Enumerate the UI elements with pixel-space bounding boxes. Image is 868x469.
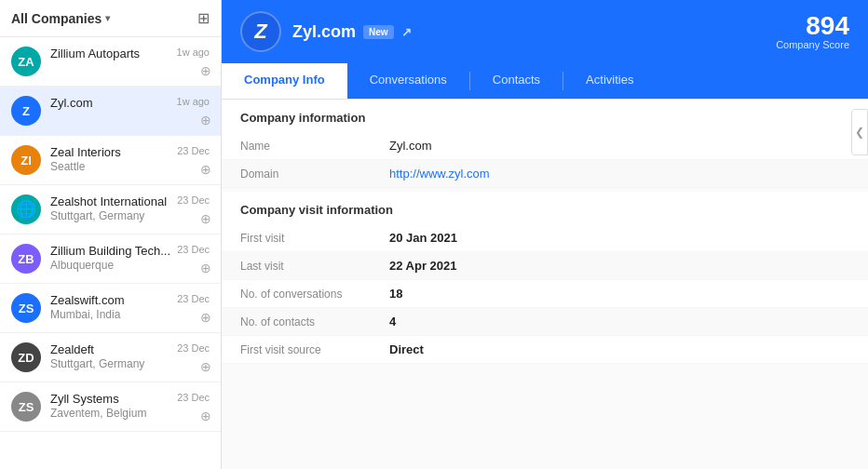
- sidebar-item-sub-zyll-systems: Zaventem, Belgium: [50, 407, 210, 420]
- tab-activities[interactable]: Activities: [563, 63, 656, 99]
- grid-icon[interactable]: ⊞: [197, 9, 210, 27]
- sidebar-item-content-zillium-autoparts: Zillium Autoparts1w ago: [50, 47, 210, 60]
- company-logo: Z: [240, 11, 281, 52]
- sidebar-item-date-zealswift-com: 23 Dec: [177, 293, 210, 304]
- sidebar-item-name-zealshot-international: Zealshot International: [50, 194, 167, 208]
- company-info-fields: NameZyl.comDomainhttp://www.zyl.com: [222, 132, 868, 188]
- sidebar-item-zillium-building-tech[interactable]: ZBZillium Building Tech...23 DecAlbuquer…: [0, 234, 221, 284]
- sidebar-item-sub-zeal-interiors: Seattle: [50, 160, 210, 173]
- sidebar-item-date-zealshot-international: 23 Dec: [177, 194, 210, 206]
- dropdown-chevron-icon: ▾: [105, 13, 110, 23]
- company-name: Zyl.com New ↗: [292, 22, 412, 42]
- sidebar-item-sub-zealswift-com: Mumbai, India: [50, 308, 210, 321]
- add-item-button-zillium-autoparts[interactable]: ⊕: [200, 63, 211, 78]
- add-item-button-zyl-com[interactable]: ⊕: [200, 113, 211, 127]
- sidebar-item-content-zillium-building-tech: Zillium Building Tech...23 DecAlbuquerqu…: [50, 244, 210, 272]
- company-score-label: Company Score: [776, 39, 849, 50]
- visit-info-row-1: Last visit22 Apr 2021: [222, 252, 868, 280]
- sidebar-item-date-zeal-interiors: 23 Dec: [177, 145, 210, 156]
- add-item-button-zyll-systems[interactable]: ⊕: [200, 409, 211, 423]
- sidebar-item-row-zillium-building-tech: Zillium Building Tech...23 Dec: [50, 244, 210, 258]
- sidebar-item-sub-zillium-building-tech: Albuquerque: [50, 259, 210, 272]
- sidebar-item-zealdeft[interactable]: ZDZealdeft23 DecStuttgart, Germany⊕: [0, 333, 221, 382]
- sidebar-item-row-zealdeft: Zealdeft23 Dec: [50, 342, 210, 356]
- sidebar-item-zeal-interiors[interactable]: ZIZeal Interiors23 DecSeattle⊕: [0, 136, 221, 185]
- sidebar-item-sub-zealdeft: Stuttgart, Germany: [50, 357, 210, 370]
- sidebar-item-sub-zealshot-international: Stuttgart, Germany: [50, 209, 210, 222]
- sidebar-item-content-zealshot-international: Zealshot International23 DecStuttgart, G…: [50, 194, 210, 222]
- sidebar: All Companies ▾ ⊞ ZAZillium Autoparts1w …: [0, 0, 222, 469]
- visit-info-row-4: First visit sourceDirect: [222, 336, 868, 364]
- visit-info-value-1: 22 Apr 2021: [389, 259, 457, 273]
- sidebar-item-date-zillium-autoparts: 1w ago: [177, 47, 210, 58]
- visit-info-row-0: First visit20 Jan 2021: [222, 224, 868, 252]
- visit-info-label-2: No. of conversations: [240, 288, 389, 301]
- sidebar-item-content-zyl-com: Zyl.com1w ago: [50, 96, 210, 110]
- company-list: ZAZillium Autoparts1w ago⊕ZZyl.com1w ago…: [0, 37, 221, 469]
- sidebar-item-date-zealdeft: 23 Dec: [177, 342, 210, 354]
- sidebar-item-name-zeal-interiors: Zeal Interiors: [50, 145, 121, 159]
- company-new-badge: New: [363, 25, 394, 39]
- company-visit-section: Company visit information First visit20 …: [222, 192, 868, 364]
- sidebar-item-row-zeal-interiors: Zeal Interiors23 Dec: [50, 145, 210, 159]
- sidebar-item-name-zillium-building-tech: Zillium Building Tech...: [50, 244, 170, 258]
- sidebar-header: All Companies ▾ ⊞: [0, 0, 221, 37]
- sidebar-item-row-zillium-autoparts: Zillium Autoparts1w ago: [50, 47, 210, 60]
- sidebar-item-name-zyl-com: Zyl.com: [50, 96, 93, 110]
- company-score: 894 Company Score: [776, 13, 849, 50]
- sidebar-item-content-zeal-interiors: Zeal Interiors23 DecSeattle: [50, 145, 210, 173]
- visit-info-value-3: 4: [389, 315, 396, 328]
- sidebar-item-row-zyl-com: Zyl.com1w ago: [50, 96, 210, 110]
- visit-info-row-2: No. of conversations18: [222, 280, 868, 308]
- company-header: Z Zyl.com New ↗ 894 Company Score: [222, 0, 868, 63]
- sidebar-item-zealswift-com[interactable]: ZSZealswift.com23 DecMumbai, India⊕: [0, 284, 221, 333]
- sidebar-item-zyl-com[interactable]: ZZyl.com1w ago⊕: [0, 87, 221, 136]
- avatar-zealshot-international: 🌐: [11, 194, 41, 224]
- sidebar-item-name-zealdeft: Zealdeft: [50, 342, 94, 356]
- sidebar-item-zillium-autoparts[interactable]: ZAZillium Autoparts1w ago⊕: [0, 37, 221, 87]
- sidebar-item-content-zyll-systems: Zyll Systems23 DecZaventem, Belgium: [50, 392, 210, 420]
- sidebar-item-row-zyll-systems: Zyll Systems23 Dec: [50, 392, 210, 406]
- sidebar-item-date-zyl-com: 1w ago: [177, 96, 210, 107]
- avatar-zillium-building-tech: ZB: [11, 244, 41, 274]
- all-companies-dropdown[interactable]: All Companies ▾: [11, 11, 110, 26]
- tab-contacts[interactable]: Contacts: [470, 63, 563, 99]
- sidebar-item-content-zealswift-com: Zealswift.com23 DecMumbai, India: [50, 293, 210, 321]
- add-item-button-zealshot-international[interactable]: ⊕: [200, 211, 211, 226]
- info-row-1: Domainhttp://www.zyl.com: [222, 160, 868, 188]
- external-link-icon[interactable]: ↗: [401, 25, 412, 39]
- tab-conversations[interactable]: Conversations: [347, 63, 469, 99]
- avatar-zyll-systems: ZS: [11, 392, 41, 422]
- company-visit-title: Company visit information: [222, 192, 868, 224]
- visit-info-label-1: Last visit: [240, 260, 389, 273]
- visit-info-label-0: First visit: [240, 232, 389, 245]
- main-panel: Z Zyl.com New ↗ 894 Company Score Compan…: [222, 0, 868, 469]
- add-item-button-zealdeft[interactable]: ⊕: [200, 359, 211, 374]
- sidebar-item-content-zealdeft: Zealdeft23 DecStuttgart, Germany: [50, 342, 210, 370]
- tabs-bar: Company InfoConversationsContactsActivit…: [222, 63, 868, 100]
- tab-company-info[interactable]: Company Info: [222, 63, 347, 99]
- sidebar-item-name-zyll-systems: Zyll Systems: [50, 392, 119, 406]
- sidebar-item-zyll-systems[interactable]: ZSZyll Systems23 DecZaventem, Belgium⊕: [0, 382, 221, 432]
- sidebar-item-name-zealswift-com: Zealswift.com: [50, 293, 124, 307]
- all-companies-label: All Companies: [11, 11, 102, 26]
- sidebar-item-zealshot-international[interactable]: 🌐Zealshot International23 DecStuttgart, …: [0, 185, 221, 234]
- info-value-1[interactable]: http://www.zyl.com: [389, 167, 490, 181]
- visit-info-label-4: First visit source: [240, 343, 389, 356]
- visit-info-row-3: No. of contacts4: [222, 308, 868, 336]
- visit-info-value-4: Direct: [389, 342, 424, 356]
- company-score-number: 894: [776, 13, 849, 39]
- sidebar-item-name-zillium-autoparts: Zillium Autoparts: [50, 47, 140, 60]
- visit-info-value-2: 18: [389, 287, 402, 301]
- add-item-button-zeal-interiors[interactable]: ⊕: [200, 162, 211, 177]
- visit-info-value-0: 20 Jan 2021: [389, 231, 457, 245]
- avatar-zeal-interiors: ZI: [11, 145, 41, 175]
- collapse-panel-button[interactable]: ❮: [851, 109, 868, 155]
- add-item-button-zillium-building-tech[interactable]: ⊕: [200, 261, 211, 275]
- add-item-button-zealswift-com[interactable]: ⊕: [200, 310, 211, 325]
- info-label-1: Domain: [240, 168, 389, 181]
- visit-info-label-3: No. of contacts: [240, 315, 389, 328]
- info-value-0: Zyl.com: [389, 139, 432, 153]
- avatar-zealswift-com: ZS: [11, 293, 41, 323]
- sidebar-item-date-zillium-building-tech: 23 Dec: [177, 244, 210, 255]
